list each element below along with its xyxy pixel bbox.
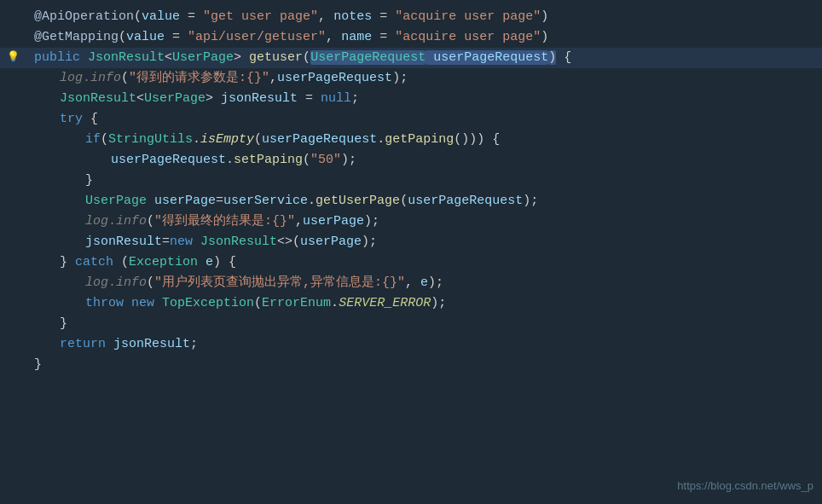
code-token: }	[60, 255, 75, 269]
code-token: >	[206, 91, 221, 106]
code-token: );	[392, 71, 408, 85]
code-token: .	[83, 71, 90, 85]
code-token: JsonResult	[80, 50, 165, 65]
code-token: <>(	[277, 235, 300, 249]
code-token: =	[162, 235, 170, 249]
code-line: if(StringUtils.isEmpty(userPageRequest.g…	[0, 130, 822, 150]
code-line: jsonResult=new JsonResult<>(userPage);	[0, 232, 822, 252]
code-token: info	[90, 71, 121, 85]
code-token: UserPageRequest	[310, 50, 425, 65]
code-token: );	[341, 153, 356, 167]
code-token: @ApiOperation	[34, 9, 134, 24]
code-token: .	[226, 153, 234, 167]
code-token: ) {	[213, 255, 236, 269]
code-token: ,	[318, 9, 333, 24]
code-token: info	[116, 214, 147, 229]
code-token: "得到最终的结果是:{}"	[154, 214, 295, 229]
code-token: );	[431, 296, 446, 310]
code-token: getUserPage	[315, 194, 400, 208]
code-token: jsonResult	[85, 235, 162, 249]
code-token: .	[331, 296, 339, 310]
code-token: userPageRequest	[262, 132, 377, 147]
code-token: (	[147, 275, 154, 290]
code-token: }	[34, 357, 42, 372]
code-token: try	[60, 112, 83, 126]
code-editor: @ApiOperation(value = "get user page", n…	[0, 0, 822, 504]
code-token: )	[541, 9, 548, 24]
code-token: =	[165, 30, 188, 44]
code-token: )	[548, 50, 556, 65]
code-token: name	[341, 30, 372, 44]
code-line: log.info("用户列表页查询抛出异常,异常信息是:{}", e);	[0, 273, 822, 293]
code-token: =	[372, 9, 395, 24]
code-token: (	[303, 153, 310, 167]
code-token: ;	[190, 337, 198, 351]
code-token: throw	[85, 296, 124, 310]
code-line: log.info("得到的请求参数是:{}",userPageRequest);	[0, 68, 822, 89]
code-token: "acquire user page"	[395, 9, 541, 24]
code-line: 💡public JsonResult<UserPage> getuser(Use…	[0, 48, 822, 68]
code-token: userPageRequest	[111, 153, 226, 167]
code-token: );	[364, 214, 379, 229]
code-token: "50"	[310, 153, 341, 167]
code-line: @GetMapping(value = "api/user/getuser", …	[0, 27, 822, 48]
code-token: "用户列表页查询抛出异常,异常信息是:{}"	[154, 275, 405, 290]
code-token: )) {	[469, 132, 500, 147]
code-token: <	[165, 50, 172, 65]
code-token: ,	[295, 214, 303, 229]
code-token: log	[85, 214, 108, 229]
code-token: (	[254, 132, 262, 147]
code-token: JsonResult	[193, 235, 277, 249]
code-line: UserPage userPage=userService.getUserPag…	[0, 191, 822, 211]
code-token: e	[198, 255, 213, 269]
code-token: info	[116, 275, 147, 290]
code-token: jsonResult	[221, 91, 298, 106]
code-token: <	[136, 91, 144, 106]
code-token: public	[34, 50, 80, 65]
code-token: .	[193, 132, 200, 147]
code-token: value	[126, 30, 165, 44]
code-token: e	[413, 275, 428, 290]
code-token: (	[254, 296, 262, 310]
code-token: (	[134, 9, 142, 24]
code-token: )	[541, 30, 548, 44]
code-token: {	[83, 112, 98, 126]
code-token: (	[303, 50, 310, 65]
code-line: @ApiOperation(value = "get user page", n…	[0, 7, 822, 27]
code-token: );	[523, 194, 538, 208]
code-token: ,	[405, 275, 413, 290]
code-token: getuser	[249, 50, 303, 65]
code-token: }	[85, 173, 93, 188]
code-token: );	[428, 275, 443, 290]
code-line: }	[0, 314, 822, 334]
code-token: );	[362, 235, 377, 249]
code-token: catch	[75, 255, 113, 269]
code-token: (	[147, 214, 154, 229]
code-token: SERVER_ERROR	[339, 296, 431, 310]
code-token: }	[60, 316, 67, 331]
code-token: "get user page"	[203, 9, 318, 24]
code-token: =	[372, 30, 395, 44]
code-token: Exception	[129, 255, 198, 269]
code-token	[124, 296, 131, 310]
watermark: https://blog.csdn.net/wws_p	[677, 478, 813, 495]
code-token: JsonResult	[60, 91, 136, 106]
code-token: if	[85, 132, 101, 147]
code-token: =	[180, 9, 203, 24]
code-token: .	[108, 275, 116, 290]
code-token: UserPage	[85, 194, 147, 208]
code-token: =	[298, 91, 321, 106]
code-token: "acquire user page"	[395, 30, 541, 44]
code-token: (	[101, 132, 108, 147]
code-token: userPageRequest	[408, 194, 523, 208]
code-token: >	[234, 50, 249, 65]
code-token: jsonResult	[106, 337, 190, 351]
code-token: StringUtils	[108, 132, 193, 147]
code-token: {	[556, 50, 571, 65]
code-token: UserPage	[144, 91, 206, 106]
code-token: =	[216, 194, 223, 208]
code-token: userService	[223, 194, 308, 208]
lightbulb-icon[interactable]: 💡	[7, 49, 20, 66]
code-token: value	[142, 9, 180, 24]
code-token: null	[321, 91, 351, 106]
